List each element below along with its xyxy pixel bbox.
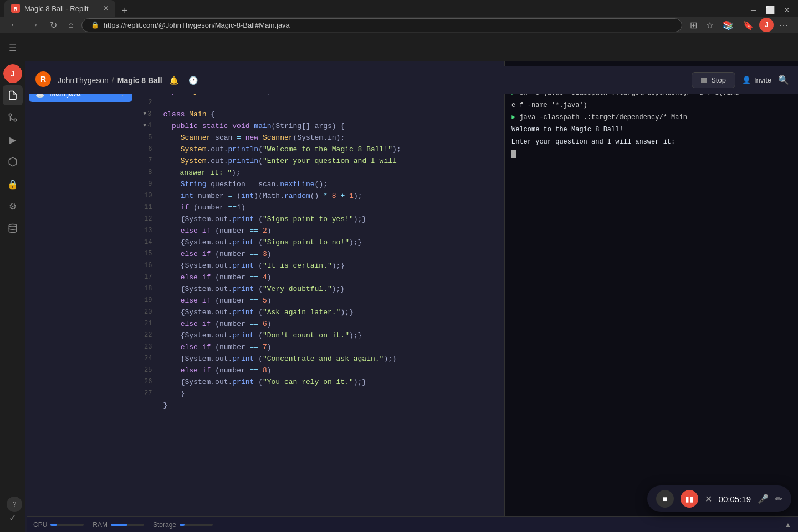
refresh-button[interactable]: ↻ — [47, 18, 60, 33]
maximize-button[interactable]: ⬜ — [762, 3, 778, 17]
code-editor: Main.java ✕ ≡ 1 2 ▼3 ▼4 5 6 7 8 9 10 11 — [136, 61, 504, 532]
console-panel: Console Shell 🔍 ✕ ► sh -c javac -classpa… — [504, 61, 798, 532]
home-button[interactable]: ⌂ — [65, 18, 77, 32]
console-cursor — [511, 150, 516, 158]
line-num-24: 24 — [136, 353, 158, 365]
console-line-3: ► java -classpath .:target/dependency/* … — [511, 112, 791, 123]
invite-person-icon: 👤 — [742, 76, 751, 84]
new-tab-button[interactable]: + — [117, 5, 132, 17]
line-num-15: 15 — [136, 248, 158, 260]
code-line-10: if (number ==1) — [158, 202, 504, 213]
recording-cancel-button[interactable]: ✕ — [705, 494, 712, 504]
files-icon[interactable] — [3, 85, 23, 105]
breadcrumb-user[interactable]: JohnThygeson — [58, 76, 109, 85]
code-line-25: {System.out.print ("You can rely on it."… — [158, 376, 504, 388]
line-num-25: 25 — [136, 365, 158, 376]
collections-button[interactable]: 🔖 — [739, 18, 757, 33]
console-cmd-3: java -classpath .:target/dependency/* Ma… — [519, 114, 687, 121]
console-line-2: e f -name '*.java') — [511, 100, 791, 111]
code-lines[interactable]: import java.util.Scanner; class Main { p… — [158, 81, 504, 532]
recording-mic-button[interactable]: 🎤 — [758, 494, 769, 504]
console-output-text-2: Enter your question and I will answer it… — [511, 138, 675, 146]
nav-actions: ⊞ ☆ 📚 🔖 J ⋯ — [687, 18, 791, 33]
ram-bar — [111, 524, 144, 526]
recording-pause-button[interactable]: ▮▮ — [681, 490, 698, 508]
line-num-2: 2 — [136, 97, 158, 109]
recording-timer-value: 00:05:19 — [719, 494, 751, 504]
line-num-8: 8 — [136, 167, 158, 178]
help-button[interactable]: ? — [7, 497, 22, 512]
code-line-19: {System.out.print ("Ask again later.");} — [158, 306, 504, 318]
settings-icon[interactable]: ⚙ — [3, 196, 23, 216]
console-content[interactable]: ► sh -c javac -classpath .:target/depend… — [505, 83, 798, 532]
minimize-button[interactable]: ─ — [748, 3, 760, 17]
menu-button[interactable]: ☰ — [3, 38, 23, 58]
line-num-12: 12 — [136, 213, 158, 225]
cpu-fill — [50, 524, 57, 526]
storage-fill — [180, 524, 185, 526]
close-button[interactable]: ✕ — [780, 3, 794, 17]
app: ☰ J ▶ 🔒 ⚙ ✓ R JohnThygeson / Magic 8 Bal… — [0, 33, 798, 532]
bottom-expand-button[interactable]: ▲ — [785, 521, 791, 529]
extensions-button[interactable]: ⊞ — [687, 18, 700, 33]
code-line-22: else if (number == 7) — [158, 341, 504, 353]
recording-controls: ■ ▮▮ ✕ 00:05:19 🎤 ✏ — [647, 485, 791, 512]
line-num-10: 10 — [136, 190, 158, 202]
file-sidebar: Files ─ | □ ⋮ ☕ Main.java ⋮ — [25, 61, 136, 532]
cpu-bar — [50, 524, 84, 526]
storage-bar — [180, 524, 213, 526]
code-line-15: {System.out.print ("It is certain.");} — [158, 260, 504, 272]
run-icon[interactable]: ▶ — [3, 130, 23, 150]
back-button[interactable]: ← — [7, 18, 22, 32]
recording-stop-button[interactable]: ■ — [656, 490, 674, 508]
secrets-icon[interactable]: 🔒 — [3, 174, 23, 194]
code-line-26: } — [158, 388, 504, 400]
profile-avatar[interactable]: J — [759, 18, 774, 32]
forward-button[interactable]: → — [27, 18, 42, 32]
breadcrumb-project[interactable]: Magic 8 Ball — [117, 76, 162, 85]
invite-button[interactable]: 👤 Invite — [742, 76, 771, 84]
code-line-17: {System.out.print ("Very doubtful.");} — [158, 283, 504, 295]
code-line-7b: answer it: "); — [158, 167, 504, 178]
line-num-6: 6 — [136, 144, 158, 155]
editor-content[interactable]: 1 2 ▼3 ▼4 5 6 7 8 9 10 11 12 13 14 15 16 — [136, 81, 504, 532]
breadcrumb-separator: / — [112, 76, 114, 85]
tab-close-button[interactable]: ✕ — [103, 4, 109, 12]
global-search-button[interactable]: 🔍 — [778, 75, 789, 85]
line-numbers: 1 2 ▼3 ▼4 5 6 7 8 9 10 11 12 13 14 15 16 — [136, 81, 158, 532]
svg-point-4 — [14, 119, 17, 121]
address-bar[interactable]: 🔒 https://replit.com/@JohnThygeson/Magic… — [81, 18, 682, 32]
history-button[interactable]: 🕐 — [185, 74, 201, 87]
nav-bar: ← → ↻ ⌂ 🔒 https://replit.com/@JohnThyges… — [0, 17, 798, 33]
recording-edit-button[interactable]: ✏ — [775, 494, 782, 504]
line-num-21: 21 — [136, 318, 158, 330]
active-tab[interactable]: R Magic 8 Ball - Replit ✕ — [4, 0, 115, 17]
code-line-21: {System.out.print ("Don't count on it.")… — [158, 330, 504, 341]
replit-header: R JohnThygeson / Magic 8 Ball 🔔 🕐 Stop 👤… — [27, 66, 798, 94]
ram-metric: RAM — [93, 521, 144, 529]
reading-list-button[interactable]: 📚 — [719, 18, 737, 33]
console-output-1: Welcome to the Magic 8 Ball! — [511, 124, 791, 135]
user-avatar[interactable]: J — [3, 64, 22, 83]
address-text: https://replit.com/@JohnThygeson/Magic-8… — [104, 21, 290, 29]
line-num-5: 5 — [136, 132, 158, 144]
line-num-26: 26 — [136, 376, 158, 388]
database-icon[interactable] — [3, 218, 23, 238]
console-output-2: Enter your question and I will answer it… — [511, 136, 791, 147]
packages-icon[interactable] — [3, 152, 23, 172]
code-line-9: int number = (int)(Math.random() * 8 + 1… — [158, 190, 504, 202]
svg-text:R: R — [40, 75, 46, 84]
code-line-8: String question = scan.nextLine(); — [158, 178, 504, 190]
stop-button[interactable]: Stop — [692, 72, 735, 88]
code-line-12: else if (number == 2) — [158, 225, 504, 237]
code-line-6: System.out.println("Welcome to the Magic… — [158, 144, 504, 155]
git-icon[interactable] — [3, 108, 23, 127]
bottom-bar: CPU RAM Storage ▲ — [27, 516, 798, 532]
line-num-14: 14 — [136, 237, 158, 248]
code-line-7: System.out.println("Enter your question … — [158, 155, 504, 167]
favorites-button[interactable]: ☆ — [703, 18, 717, 33]
notification-bell[interactable]: 🔔 — [166, 74, 182, 87]
more-options-button[interactable]: ⋯ — [776, 18, 791, 33]
browser-chrome: R Magic 8 Ball - Replit ✕ + ─ ⬜ ✕ ← → ↻ … — [0, 0, 798, 33]
code-line-20: else if (number == 6) — [158, 318, 504, 330]
